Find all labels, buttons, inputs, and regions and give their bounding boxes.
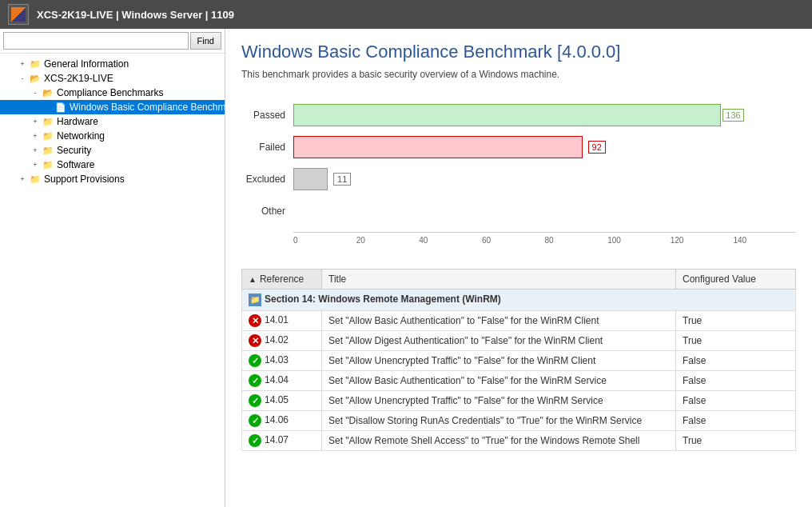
ref-cell: ✓14.07	[242, 431, 322, 451]
search-bar: Find	[0, 29, 225, 54]
col-header-configured_value[interactable]: Configured Value	[676, 269, 796, 289]
table-row: ✓14.06Set "Disallow Storing RunAs Creden…	[242, 411, 796, 431]
sidebar-item-networking[interactable]: +📁Networking	[0, 129, 225, 143]
expand-icon[interactable]: +	[29, 158, 42, 171]
folder-icon: 📁	[42, 159, 54, 170]
value-cell: False	[676, 371, 796, 391]
sidebar-item-general-info[interactable]: +📁General Information	[0, 57, 225, 71]
ref-cell: ✓14.06	[242, 411, 322, 431]
value-cell: True	[676, 431, 796, 451]
expand-icon[interactable]	[42, 101, 54, 114]
folder-icon: 📁	[42, 145, 54, 156]
find-button[interactable]: Find	[190, 32, 221, 50]
table-row: ✓14.04Set "Allow Basic Authentication" t…	[242, 371, 796, 391]
table-row: ✕14.01Set "Allow Basic Authentication" t…	[242, 311, 796, 331]
col-header-title[interactable]: Title	[322, 269, 676, 289]
ref-cell: ✕14.02	[242, 331, 322, 351]
chart-row-other: Other	[241, 200, 796, 222]
tree-item-label: Hardware	[57, 116, 98, 127]
document-icon: 📄	[54, 102, 67, 113]
folder-open-icon: 📂	[42, 87, 54, 98]
table-row: ✓14.07Set "Allow Remote Shell Access" to…	[242, 431, 796, 451]
ref-cell: ✓14.05	[242, 391, 322, 411]
chart-bar-passed: 136	[293, 104, 721, 126]
chart-bar-failed: 92	[293, 136, 583, 158]
chart-bar-area-excluded: 11	[293, 168, 796, 190]
ref-cell: ✕14.01	[242, 311, 322, 331]
status-icon-fail: ✕	[249, 314, 261, 327]
folder-icon: 📁	[29, 58, 42, 70]
main-layout: Find +📁General Information-📂XCS-2K19-LIV…	[0, 29, 812, 507]
expand-icon[interactable]: +	[29, 144, 42, 157]
sidebar-item-windows-basic[interactable]: 📄Windows Basic Compliance Benchmark	[0, 100, 225, 114]
status-icon-pass: ✓	[249, 414, 261, 427]
benchmark-chart: Passed136Failed92Excluded11Other02040608…	[241, 96, 796, 253]
sidebar: Find +📁General Information-📂XCS-2K19-LIV…	[0, 29, 225, 507]
value-cell: False	[676, 351, 796, 371]
sort-arrow: ▲	[249, 275, 257, 284]
axis-tick: 120	[671, 236, 734, 245]
title-cell: Set "Allow Basic Authentication" to "Fal…	[322, 311, 676, 331]
expand-icon[interactable]: +	[16, 58, 29, 70]
tree-item-label: Windows Basic Compliance Benchmark	[70, 102, 225, 113]
title-cell: Set "Allow Digest Authentication" to "Fa…	[322, 331, 676, 351]
app-logo	[8, 4, 29, 25]
col-header-reference[interactable]: ▲Reference	[242, 269, 322, 289]
results-table: ▲ReferenceTitleConfigured Value 📁Section…	[241, 269, 796, 451]
chart-bar-area-failed: 92	[293, 136, 796, 158]
table-row: ✓14.03Set "Allow Unencrypted Traffic" to…	[242, 351, 796, 371]
tree-item-label: Software	[57, 159, 94, 170]
chart-bar-area-other	[293, 200, 796, 222]
expand-icon[interactable]: +	[16, 173, 29, 186]
expand-icon[interactable]: -	[29, 86, 42, 99]
title-cell: Set "Allow Unencrypted Traffic" to "Fals…	[322, 351, 676, 371]
logo-graphic	[11, 7, 26, 22]
page-title: Windows Basic Compliance Benchmark [4.0.…	[241, 42, 796, 62]
sidebar-item-xcs-root[interactable]: -📂XCS-2K19-LIVE	[0, 71, 225, 86]
value-cell: True	[676, 311, 796, 331]
chart-label-other: Other	[241, 206, 293, 217]
folder-icon: 📁	[29, 174, 42, 185]
sidebar-item-hardware[interactable]: +📁Hardware	[0, 114, 225, 129]
chart-label-passed: Passed	[241, 110, 293, 121]
status-icon-pass: ✓	[249, 374, 261, 387]
tree-item-label: XCS-2K19-LIVE	[44, 73, 113, 84]
section-folder-icon: 📁	[249, 293, 261, 306]
section-header-row: 📁Section 14: Windows Remote Management (…	[242, 289, 796, 311]
sidebar-item-compliance-benchmarks[interactable]: -📂Compliance Benchmarks	[0, 86, 225, 100]
tree-panel: +📁General Information-📂XCS-2K19-LIVE-📂Co…	[0, 54, 225, 507]
folder-icon: 📁	[42, 130, 54, 142]
ref-cell: ✓14.04	[242, 371, 322, 391]
status-icon-pass: ✓	[249, 434, 261, 447]
section-header-cell: 📁Section 14: Windows Remote Management (…	[242, 289, 796, 311]
value-cell: False	[676, 411, 796, 431]
bar-value-failed: 92	[588, 141, 606, 154]
search-input[interactable]	[3, 32, 189, 50]
bar-value-passed: 136	[722, 109, 743, 122]
tree-item-label: Security	[57, 145, 91, 156]
folder-icon: 📁	[42, 116, 54, 127]
chart-label-excluded: Excluded	[241, 174, 293, 185]
tree-item-label: Support Provisions	[44, 174, 125, 185]
axis-tick: 0	[293, 236, 356, 245]
axis-tick: 60	[482, 236, 545, 245]
sidebar-item-security[interactable]: +📁Security	[0, 143, 225, 158]
sidebar-item-software[interactable]: +📁Software	[0, 158, 225, 172]
expand-icon[interactable]: +	[29, 130, 42, 142]
status-icon-fail: ✕	[249, 334, 261, 347]
table-row: ✓14.05Set "Allow Unencrypted Traffic" to…	[242, 391, 796, 411]
tree-item-label: General Information	[44, 58, 129, 70]
top-bar: XCS-2K19-LIVE | Windows Server | 1109	[0, 0, 812, 29]
sidebar-item-support-provisions[interactable]: +📁Support Provisions	[0, 172, 225, 186]
axis-tick: 100	[607, 236, 671, 245]
table-row: ✕14.02Set "Allow Digest Authentication" …	[242, 331, 796, 351]
content-area: Windows Basic Compliance Benchmark [4.0.…	[225, 29, 812, 507]
expand-icon[interactable]: -	[16, 72, 29, 85]
axis-tick: 20	[356, 236, 420, 245]
chart-row-failed: Failed92	[241, 136, 796, 158]
expand-icon[interactable]: +	[29, 115, 42, 128]
tree-item-label: Networking	[57, 130, 105, 142]
title-cell: Set "Allow Unencrypted Traffic" to "Fals…	[322, 391, 676, 411]
title-cell: Set "Disallow Storing RunAs Credentials"…	[322, 411, 676, 431]
chart-row-passed: Passed136	[241, 104, 796, 126]
